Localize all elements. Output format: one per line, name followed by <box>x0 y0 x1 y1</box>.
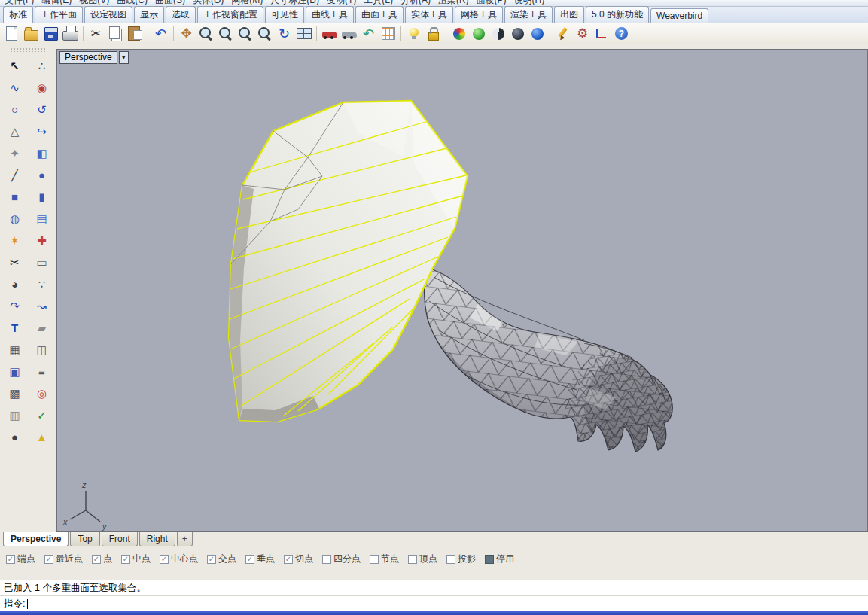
tab-select[interactable]: 选取 <box>166 6 196 23</box>
ruler-icon[interactable]: ▭ <box>32 252 52 272</box>
check-icon[interactable]: ✓ <box>32 405 52 425</box>
viewport-tab-right[interactable]: Right <box>139 532 175 546</box>
osnap-perpendicular[interactable]: ✓垂点 <box>245 553 275 565</box>
rotate-view-icon[interactable]: ↻ <box>275 24 294 43</box>
osnap-mid[interactable]: ✓中点 <box>121 553 151 565</box>
zoom-dynamic-icon[interactable] <box>196 24 215 43</box>
drag-point-icon[interactable]: ◉ <box>32 78 52 97</box>
light-icon[interactable] <box>404 24 423 43</box>
viewport-tab-front[interactable]: Front <box>102 532 138 546</box>
explode-icon[interactable]: ✶ <box>5 230 25 250</box>
tab-whats-new[interactable]: 5.0 的新功能 <box>586 6 649 23</box>
target-icon[interactable]: ◎ <box>32 383 52 403</box>
roller-icon[interactable]: ▰ <box>32 318 52 337</box>
tab-drafting[interactable]: 出图 <box>554 6 584 23</box>
text-icon[interactable]: T <box>5 318 25 337</box>
annotate-icon[interactable] <box>553 24 572 43</box>
osnap-vertex-checkbox[interactable] <box>408 555 417 564</box>
osnap-center-checkbox[interactable]: ✓ <box>160 555 169 564</box>
save-mesh-icon[interactable]: ▣ <box>5 361 25 381</box>
osnap-knot[interactable]: 节点 <box>370 553 399 565</box>
star-icon[interactable]: ✦ <box>5 143 25 163</box>
knife-icon[interactable]: ╱ <box>5 165 25 184</box>
osnap-tangent-checkbox[interactable]: ✓ <box>284 555 293 564</box>
zoom-selected-icon[interactable] <box>236 24 254 43</box>
circle-icon[interactable]: ○ <box>5 99 25 119</box>
osnap-intersection-checkbox[interactable]: ✓ <box>207 555 216 564</box>
tab-surface-tools[interactable]: 曲面工具 <box>355 6 404 23</box>
render-preview-icon[interactable] <box>469 24 488 43</box>
osnap-point[interactable]: ✓点 <box>92 553 112 565</box>
tab-display[interactable]: 显示 <box>134 6 164 23</box>
lock-icon[interactable] <box>424 24 443 43</box>
zoom-window-icon[interactable] <box>216 24 235 43</box>
cone-icon[interactable]: △ <box>5 121 25 141</box>
viewport-canvas[interactable]: z x y <box>57 50 867 531</box>
osnap-near-checkbox[interactable]: ✓ <box>44 555 53 564</box>
orient-icon[interactable]: ↪ <box>32 121 52 141</box>
save-icon[interactable] <box>41 24 60 43</box>
blend-curve-icon[interactable]: ↷ <box>5 296 25 315</box>
osnap-near[interactable]: ✓最近点 <box>44 553 83 565</box>
osnap-perpendicular-checkbox[interactable]: ✓ <box>245 555 254 564</box>
undo-icon[interactable]: ↶ <box>151 24 170 43</box>
tab-standard[interactable]: 标准 <box>3 6 33 23</box>
cplane-icon[interactable] <box>592 24 611 43</box>
add-viewport-tab[interactable]: + <box>177 532 193 546</box>
osnap-quadrant[interactable]: 四分点 <box>322 553 361 565</box>
pipe-icon[interactable]: ◍ <box>5 209 25 228</box>
tab-curve-tools[interactable]: 曲线工具 <box>306 6 354 23</box>
list-icon[interactable]: ≡ <box>32 361 52 381</box>
zoom-extents-icon[interactable] <box>255 24 274 43</box>
osnap-vertex[interactable]: 顶点 <box>408 553 437 565</box>
cylinder-icon[interactable]: ▮ <box>32 187 52 206</box>
paste-icon[interactable] <box>126 24 145 43</box>
osnap-project-checkbox[interactable] <box>446 555 455 564</box>
scissors-icon[interactable]: ✂ <box>5 252 25 272</box>
tab-solid-tools[interactable]: 实体工具 <box>405 6 453 23</box>
box-icon[interactable]: ■ <box>5 187 25 206</box>
osnap-end-checkbox[interactable]: ✓ <box>6 555 15 564</box>
viewport-layout-icon[interactable] <box>294 24 313 43</box>
points-icon[interactable]: ∵ <box>32 274 52 294</box>
select-arrow-icon[interactable]: ↖ <box>5 56 25 75</box>
display-shaded-icon[interactable] <box>489 24 507 43</box>
osnap-quadrant-checkbox[interactable] <box>322 555 331 564</box>
layers-icon[interactable]: ▤ <box>32 209 52 228</box>
undo-view-icon[interactable]: ↶ <box>359 24 378 43</box>
tab-cplane[interactable]: 工作平面 <box>35 6 83 23</box>
curve-icon[interactable]: ∿ <box>5 78 25 97</box>
flow-icon[interactable]: ↝ <box>32 296 52 315</box>
dark-sphere-icon[interactable]: ● <box>5 427 25 446</box>
tab-viewport-layout[interactable]: 工作视窗配置 <box>197 6 263 23</box>
copy-icon[interactable] <box>106 24 125 43</box>
rotate-icon[interactable]: ↺ <box>32 99 52 119</box>
osnap-center[interactable]: ✓中心点 <box>160 553 198 565</box>
osnap-disable-checkbox[interactable] <box>485 555 494 564</box>
display-mode-icon[interactable] <box>340 24 358 43</box>
new-file-icon[interactable] <box>2 24 21 43</box>
perspective-viewport[interactable]: z x y Perspective ▼ <box>56 49 868 532</box>
repair-icon[interactable]: ✚ <box>32 230 52 250</box>
display-ghosted-icon[interactable] <box>508 24 527 43</box>
arm-hand-mesh[interactable] <box>425 268 693 473</box>
osnap-point-checkbox[interactable]: ✓ <box>92 555 101 564</box>
toolbar-grip[interactable] <box>10 47 47 52</box>
cut-icon[interactable]: ✂ <box>87 24 105 43</box>
help-icon[interactable] <box>612 24 631 43</box>
osnap-mid-checkbox[interactable]: ✓ <box>121 555 130 564</box>
grid-dots-icon[interactable]: ▩ <box>5 383 25 403</box>
osnap-intersection[interactable]: ✓交点 <box>207 553 236 565</box>
viewport-title-label[interactable]: Perspective <box>59 51 117 64</box>
open-file-icon[interactable] <box>22 24 41 43</box>
tab-weaverbird[interactable]: Weaverbird <box>650 8 708 23</box>
pan-view-icon[interactable]: ✥ <box>177 24 196 43</box>
print-icon[interactable] <box>61 24 80 43</box>
tab-set-view[interactable]: 设定视图 <box>84 6 132 23</box>
osnap-project[interactable]: 投影 <box>446 553 476 565</box>
grid-snap-icon[interactable] <box>379 24 397 43</box>
cone-yellow-icon[interactable]: ▲ <box>32 427 52 446</box>
osnap-end[interactable]: ✓端点 <box>6 553 35 565</box>
shaded-sphere-icon[interactable]: ◕ <box>5 274 25 294</box>
viewport-tab-top[interactable]: Top <box>70 532 99 546</box>
